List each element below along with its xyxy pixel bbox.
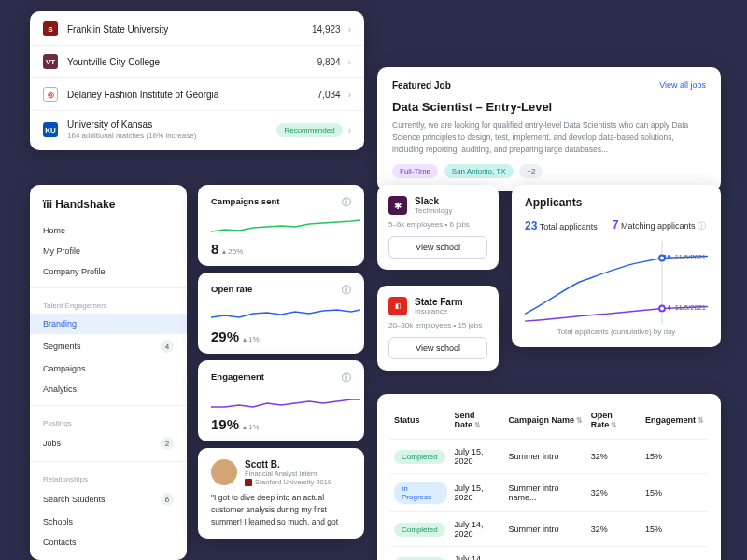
job-tag[interactable]: San Antonio, TX [444, 164, 514, 178]
stat-value: 29% [211, 329, 239, 344]
school-row[interactable]: ◎ Delaney Fashion Institute of Georgia 7… [30, 78, 364, 111]
chart-point-label: 1911/5/2021 [663, 253, 706, 261]
nav-schools[interactable]: Schools [30, 511, 187, 532]
col-send-date[interactable]: Send Date⇅ [451, 405, 505, 440]
table-row[interactable]: CompletedJuly 15, 2020Summer intro32%15% [390, 440, 708, 474]
school-count: 9,804 [317, 57, 341, 67]
school-row[interactable]: VT Yountville City College 9,804 › [30, 46, 364, 78]
job-title: Data Scientist – Entry-Level [392, 100, 706, 114]
school-logo: S [43, 21, 58, 36]
job-tag[interactable]: Full-Time [392, 164, 438, 178]
chart-point-label: 411/5/2021 [667, 303, 706, 312]
nav-my-profile[interactable]: My Profile [30, 241, 187, 261]
testimonial-role: Financial Analyst Intern [245, 469, 331, 478]
table-row[interactable]: CompletedJuly 14, 2020Summer intro32%15% [390, 512, 708, 547]
col-status[interactable]: Status [390, 405, 451, 440]
stat-delta: 1% [243, 335, 260, 343]
company-card-statefarm: ◧ State Farm Insurance 20–30k employees … [377, 286, 499, 371]
status-badge: Completed [394, 523, 445, 537]
cell-date: July 15, 2020 [451, 440, 505, 474]
status-badge: In Progress [394, 482, 447, 504]
nav-badge: 2 [161, 437, 174, 450]
col-campaign-name[interactable]: Campaign Name⇅ [504, 405, 586, 440]
logo[interactable]: ïii Handshake [30, 198, 187, 220]
nav-group-label: Postings [30, 412, 187, 431]
sort-icon: ⇅ [611, 421, 617, 429]
cell-date: July 14, 2020 [451, 547, 505, 561]
testimonial-school: Stanford University 2019 [245, 478, 331, 486]
school-name: Franklin State University [67, 24, 312, 35]
cell-eng: 15% [641, 512, 708, 547]
cell-name: Summer intro name... [504, 474, 586, 512]
col-open-rate[interactable]: Open Rate⇅ [587, 405, 641, 440]
info-icon[interactable]: ⓘ [342, 284, 351, 297]
cell-eng: 15% [641, 547, 708, 561]
svg-point-2 [659, 305, 665, 311]
cell-eng: 15% [641, 440, 708, 474]
col-engagement[interactable]: Engagement⇅ [641, 405, 708, 440]
cell-date: July 15, 2020 [451, 474, 505, 512]
nav-analytics[interactable]: Analytics [30, 379, 187, 399]
stat-title: Engagement [211, 371, 264, 385]
company-card-slack: ✱ Slack Technology 5–6k employees • 6 jo… [377, 185, 499, 270]
recommended-badge: Recommended [276, 123, 342, 137]
campaigns-table: Status Send Date⇅ Campaign Name⇅ Open Ra… [377, 394, 721, 560]
school-logo: KU [43, 122, 58, 137]
school-row[interactable]: KU University of Kansas 164 additional m… [30, 111, 364, 148]
info-icon[interactable]: ⓘ [342, 371, 351, 385]
nav-search-students[interactable]: Search Students 6 [30, 487, 187, 511]
table-row[interactable]: CompletedJuly 14, 2020Summer intro32%15% [390, 547, 708, 561]
job-tag-more[interactable]: +2 [519, 164, 543, 178]
sort-icon: ⇅ [474, 421, 481, 429]
nav-contacts[interactable]: Contacts [30, 532, 187, 553]
chevron-right-icon: › [348, 125, 351, 135]
nav-jobs[interactable]: Jobs 2 [30, 431, 187, 455]
status-badge: Completed [394, 557, 445, 561]
stat-campaigns-sent: Campaigns sentⓘ 825% [198, 185, 364, 266]
school-count: 7,034 [317, 90, 341, 100]
nav-campaigns[interactable]: Campaigns [30, 358, 187, 379]
company-category: Technology [415, 206, 452, 215]
nav-branding[interactable]: Branding [30, 314, 187, 334]
schools-list: S Franklin State University 14,923 › VT … [30, 11, 364, 150]
total-applicants-num: 23 [525, 219, 537, 232]
nav-badge: 6 [161, 493, 174, 506]
info-icon[interactable]: ⓘ [342, 196, 351, 209]
nav-badge: 4 [161, 340, 174, 353]
stat-value: 19% [211, 416, 239, 432]
stat-value: 8 [211, 241, 218, 257]
company-name: State Farm [415, 297, 463, 307]
view-all-jobs-link[interactable]: View all jobs [659, 80, 706, 91]
nav-company-profile[interactable]: Company Profile [30, 261, 187, 282]
slack-logo: ✱ [388, 196, 407, 215]
sparkline [211, 302, 360, 325]
stat-engagement: Engagementⓘ 19%1% [198, 360, 364, 441]
cell-name: Summer intro [504, 440, 586, 474]
nav-group-label: Talent Engagement [30, 294, 187, 314]
info-icon[interactable]: ⓘ [698, 221, 706, 231]
chevron-right-icon: › [348, 57, 351, 67]
view-school-button[interactable]: View school [388, 236, 487, 259]
cell-eng: 15% [641, 474, 708, 512]
nav-segments[interactable]: Segments 4 [30, 334, 187, 358]
nav-group-label: Relationships [30, 468, 187, 487]
statefarm-logo: ◧ [388, 297, 407, 315]
chart-xaxis-label: Total applicants (cumulative) by day [525, 328, 708, 336]
stat-title: Open rate [211, 284, 252, 297]
school-count: 14,923 [312, 24, 341, 35]
table-row[interactable]: In ProgressJuly 15, 2020Summer intro nam… [390, 474, 708, 512]
applicants-card: Applicants 23 Total applicants 7 Matchin… [512, 185, 721, 347]
applicants-title: Applicants [525, 196, 708, 209]
view-school-button[interactable]: View school [388, 337, 487, 359]
company-meta: 20–30k employees • 15 jobs [388, 321, 487, 329]
cell-open: 32% [587, 474, 641, 512]
cell-open: 32% [587, 440, 641, 474]
school-name: Delaney Fashion Institute of Georgia [67, 90, 317, 100]
cell-open: 32% [587, 512, 641, 547]
nav-home[interactable]: Home [30, 220, 187, 241]
total-applicants-label: Total applicants [540, 222, 598, 231]
school-row[interactable]: S Franklin State University 14,923 › [30, 13, 364, 46]
school-sub: 164 additional matches (16% increase) [67, 132, 276, 140]
school-logo: ◎ [43, 87, 58, 102]
sort-icon: ⇅ [576, 416, 583, 425]
